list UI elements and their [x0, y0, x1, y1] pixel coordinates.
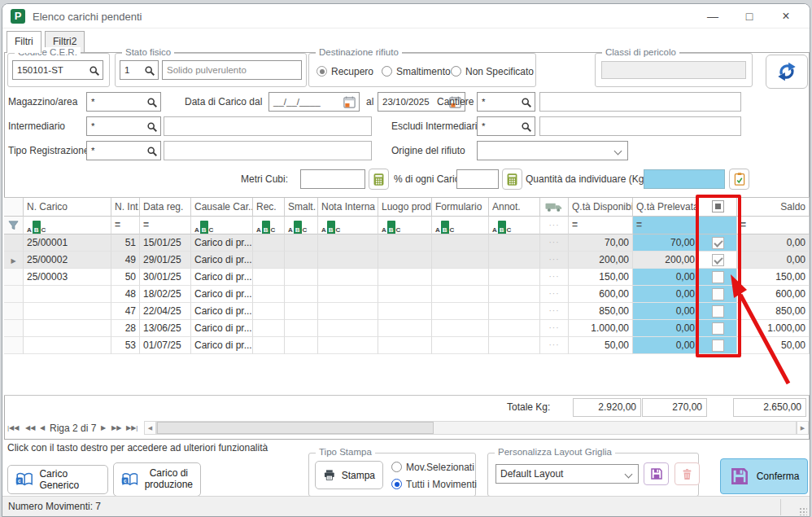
- col-header-causale[interactable]: Causale Car...: [191, 198, 253, 217]
- filter-checkbox-cell[interactable]: [699, 217, 737, 234]
- hscroll-right-button[interactable]: ▶: [797, 421, 809, 435]
- cell-n-int[interactable]: 48: [111, 286, 140, 303]
- cell-prel[interactable]: 0,00: [633, 320, 699, 337]
- intermediario-field[interactable]: *: [86, 116, 161, 136]
- col-header-annot[interactable]: Annot.: [489, 198, 540, 217]
- row-checkbox-cell[interactable]: [699, 269, 737, 286]
- search-icon[interactable]: [146, 120, 158, 136]
- cell-n-carico[interactable]: [24, 286, 111, 303]
- cell-n-int[interactable]: 28: [111, 320, 140, 337]
- cell-prel[interactable]: 0,00: [633, 337, 699, 354]
- row-checkbox[interactable]: [712, 271, 724, 283]
- more-ellipsis-icon[interactable]: ···: [540, 303, 569, 320]
- codice-cer-field[interactable]: 150101-ST: [12, 60, 103, 80]
- radio-mov-selezionati[interactable]: Mov.Selezionati: [391, 462, 474, 473]
- cell-saldo[interactable]: 850,00: [737, 303, 810, 320]
- table-row[interactable]: 25/00003 50 30/01/25 Carico di pr... ···…: [4, 269, 810, 286]
- col-header-select-all[interactable]: [699, 198, 737, 217]
- search-icon[interactable]: [146, 96, 158, 112]
- carico-produzione-button[interactable]: c Carico di produzione: [113, 462, 201, 497]
- cell-data-reg[interactable]: 29/01/25: [140, 252, 191, 269]
- nav-next-page-button[interactable]: ▶▶: [111, 421, 121, 436]
- filter-n-carico[interactable]: ABC: [24, 217, 111, 234]
- escludi-intermediario-field[interactable]: *: [477, 116, 535, 136]
- radio-mov-selezionati-icon[interactable]: [391, 462, 402, 472]
- filter-formulario[interactable]: ABC: [432, 217, 489, 234]
- row-checkbox[interactable]: [712, 305, 724, 318]
- filter-data-reg[interactable]: =: [140, 217, 191, 234]
- row-checkbox[interactable]: [712, 237, 724, 249]
- maximize-button[interactable]: □: [737, 4, 762, 28]
- filter-automezzo[interactable]: ···: [540, 217, 569, 234]
- cell-n-int[interactable]: 49: [111, 252, 140, 269]
- metri-cubi-field[interactable]: [300, 169, 365, 189]
- cell-disp[interactable]: 1.000,00: [569, 320, 633, 337]
- cell-saldo[interactable]: 0,00: [737, 234, 810, 252]
- cell-data-reg[interactable]: 15/01/25: [140, 234, 191, 252]
- conferma-button[interactable]: Conferma: [720, 458, 808, 494]
- filter-rec[interactable]: ABC: [253, 217, 285, 234]
- perc-carico-field[interactable]: [456, 169, 499, 189]
- table-row[interactable]: ▶ 25/00002 49 29/01/25 Carico di pr... ·…: [4, 252, 810, 269]
- more-ellipsis-icon[interactable]: ···: [540, 252, 569, 269]
- select-all-checkbox-icon[interactable]: [712, 200, 724, 212]
- stato-fisico-code-field[interactable]: 1: [120, 60, 159, 80]
- data-dal-field[interactable]: __/__/____: [268, 92, 360, 112]
- cell-saldo[interactable]: 150,00: [737, 269, 810, 286]
- nav-last-button[interactable]: ▶▶|: [126, 421, 138, 436]
- cell-n-carico[interactable]: 25/00002: [24, 252, 111, 269]
- hscrollbar-thumb[interactable]: [157, 422, 434, 434]
- table-row[interactable]: 25/00001 51 15/01/25 Carico di pr... ···…: [4, 234, 810, 252]
- minimize-button[interactable]: —: [701, 4, 725, 28]
- cell-data-reg[interactable]: 30/01/25: [140, 269, 191, 286]
- col-header-smalt[interactable]: Smalt.: [285, 198, 318, 217]
- radio-recupero-icon[interactable]: [317, 66, 327, 77]
- quantita-field[interactable]: [644, 169, 725, 189]
- cell-causale[interactable]: Carico di pr...: [191, 320, 253, 337]
- search-icon[interactable]: [144, 64, 155, 80]
- nav-first-button[interactable]: |◀◀: [7, 421, 19, 436]
- cell-disp[interactable]: 200,00: [569, 252, 633, 269]
- row-checkbox-cell[interactable]: [699, 286, 737, 303]
- tipo-registrazione-field[interactable]: *: [86, 141, 161, 160]
- cell-n-int[interactable]: 53: [111, 337, 140, 354]
- table-row[interactable]: 48 18/02/25 Carico di pr... ··· 600,00 0…: [4, 286, 810, 303]
- row-checkbox[interactable]: [712, 340, 724, 352]
- cantiere-field[interactable]: *: [477, 92, 535, 112]
- cell-saldo[interactable]: 50,00: [737, 337, 810, 354]
- col-header-formulario[interactable]: Formulario: [432, 198, 489, 217]
- search-icon[interactable]: [521, 120, 532, 136]
- close-button[interactable]: ×: [774, 4, 798, 28]
- cell-data-reg[interactable]: 13/06/25: [140, 320, 191, 337]
- tab-filtri[interactable]: Filtri: [7, 31, 41, 53]
- cell-disp[interactable]: 850,00: [569, 303, 633, 320]
- filter-funnel-cell[interactable]: [4, 217, 24, 234]
- cell-causale[interactable]: Carico di pr...: [191, 337, 253, 354]
- cell-disp[interactable]: 600,00: [569, 286, 633, 303]
- col-header-rec[interactable]: Rec.: [253, 198, 285, 217]
- filter-disp[interactable]: =: [569, 217, 633, 234]
- cell-causale[interactable]: Carico di pr...: [191, 269, 253, 286]
- more-ellipsis-icon[interactable]: ···: [540, 286, 569, 303]
- nav-prev-page-button[interactable]: ◀◀: [25, 421, 35, 436]
- origine-rifiuto-dropdown[interactable]: [477, 141, 628, 160]
- more-ellipsis-icon[interactable]: ···: [540, 337, 569, 354]
- cell-n-int[interactable]: 51: [111, 234, 140, 252]
- table-row[interactable]: 28 13/06/25 Carico di pr... ··· 1.000,00…: [4, 320, 810, 337]
- table-row[interactable]: 47 22/04/25 Carico di pr... ··· 850,00 0…: [4, 303, 810, 320]
- cell-causale[interactable]: Carico di pr...: [191, 303, 253, 320]
- cell-disp[interactable]: 150,00: [569, 269, 633, 286]
- search-icon[interactable]: [89, 64, 100, 80]
- cell-saldo[interactable]: 1.000,00: [737, 320, 810, 337]
- perc-carico-calc-button[interactable]: [502, 169, 522, 190]
- col-header-automezzo[interactable]: [540, 198, 569, 217]
- quantita-clipboard-button[interactable]: [729, 169, 749, 190]
- stato-fisico-descr-field[interactable]: Solido pulverulento: [162, 60, 302, 80]
- cell-data-reg[interactable]: 18/02/25: [140, 286, 191, 303]
- col-header-qta-prelevata[interactable]: Q.tà Prelevata: [633, 198, 699, 217]
- col-header-n-carico[interactable]: N. Carico: [24, 198, 111, 217]
- cell-causale[interactable]: Carico di pr...: [191, 252, 253, 269]
- refresh-button[interactable]: [766, 55, 808, 89]
- cell-n-carico[interactable]: 25/00003: [24, 269, 111, 286]
- more-ellipsis-icon[interactable]: ···: [540, 320, 569, 337]
